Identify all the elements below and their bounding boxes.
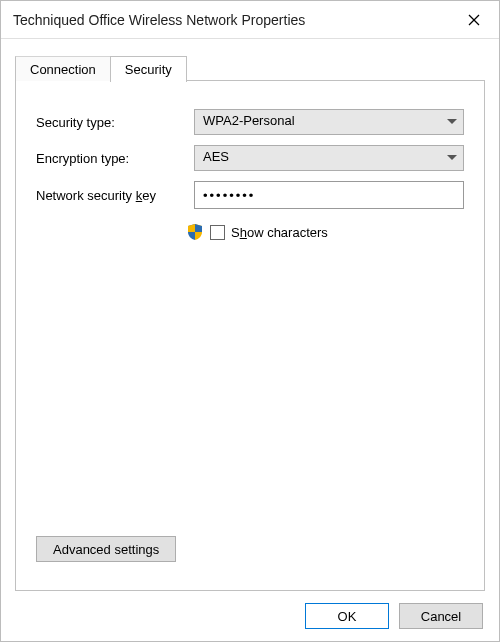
tab-strip-wrap: Connection Security [1,39,499,81]
label-network-key: Network security key [36,188,186,203]
chevron-down-icon [441,146,463,170]
dialog-button-row: OK Cancel [1,591,499,641]
label-security-type: Security type: [36,115,186,130]
close-icon [468,14,480,26]
title-bar: Techniqued Office Wireless Network Prope… [1,1,499,39]
close-button[interactable] [451,2,497,38]
advanced-settings-label: Advanced settings [53,542,159,557]
input-network-key[interactable] [194,181,464,209]
checkbox-show-characters[interactable] [210,225,225,240]
combo-security-type[interactable]: WPA2-Personal [194,109,464,135]
combo-encryption-type-value: AES [195,146,441,170]
ok-button-label: OK [338,609,357,624]
advanced-settings-wrap: Advanced settings [36,536,464,562]
combo-security-type-value: WPA2-Personal [195,110,441,134]
label-encryption-type: Encryption type: [36,151,186,166]
dialog-window: Techniqued Office Wireless Network Prope… [0,0,500,642]
tab-security-label: Security [125,62,172,77]
ok-button[interactable]: OK [305,603,389,629]
label-show-characters[interactable]: Show characters [231,225,328,240]
row-show-characters: Show characters [186,223,464,241]
window-title: Techniqued Office Wireless Network Prope… [13,12,443,28]
row-encryption-type: Encryption type: AES [36,145,464,171]
cancel-button[interactable]: Cancel [399,603,483,629]
tab-strip: Connection Security [15,53,485,81]
tab-security[interactable]: Security [110,56,187,82]
spacer [36,241,464,536]
tab-connection[interactable]: Connection [15,56,111,81]
combo-encryption-type[interactable]: AES [194,145,464,171]
advanced-settings-button[interactable]: Advanced settings [36,536,176,562]
tab-connection-label: Connection [30,62,96,77]
chevron-down-icon [441,110,463,134]
row-security-type: Security type: WPA2-Personal [36,109,464,135]
row-network-key: Network security key [36,181,464,209]
cancel-button-label: Cancel [421,609,461,624]
tab-page-security: Security type: WPA2-Personal Encryption … [15,81,485,591]
uac-shield-icon [186,223,204,241]
